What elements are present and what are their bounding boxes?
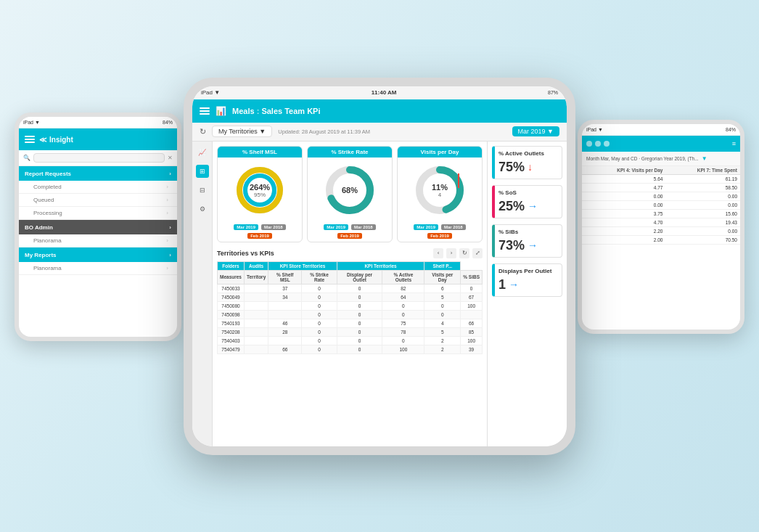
completed-item[interactable]: Completed › [19,181,177,194]
left-nav-bar: ≪ Insight [19,128,177,150]
terr-col4: 0 [337,319,382,327]
terr-col4: 0 [337,336,382,345]
right-status-right: 84% [726,127,736,132]
terr-col4: 0 [337,310,382,319]
right-table-row: 3.7515.60 [582,210,740,218]
terr-col5: 75 [382,319,424,327]
right-table-row: 0.000.00 [582,201,740,210]
right-table-row: 4.7019.43 [582,218,740,227]
th-display: Display per Outlet [337,270,382,284]
red-line-indicator [458,173,459,188]
processing-item[interactable]: Processing › [19,207,177,220]
territories-actions: ‹ › ↻ ⤢ [433,248,483,258]
terr-id: 7450033 [218,284,245,292]
hamburger-icon[interactable] [25,136,35,143]
kpi-charts-row: % Shelf MSL 264% [213,142,487,245]
territories-title: Territories vs KPIs [217,250,274,257]
center-status-center: 11:40 AM [372,89,397,96]
terr-col1 [245,301,268,310]
displays-arrow-icon: → [509,279,519,290]
filter-icon[interactable]: ▼ [702,155,707,162]
right-status-left: iPad ▼ [586,127,603,132]
right-cell-v1: 0.00 [582,201,665,210]
right-cell-v2: 15.60 [665,210,740,218]
displays-card: Displays Per Outlet 1 → [492,263,562,297]
grid-side-icon[interactable]: ⊞ [196,165,209,178]
terr-col4: 0 [337,345,382,353]
toolbar-dot-1 [586,141,592,147]
queued-item[interactable]: Queued › [19,194,177,207]
sibs-value: 73% → [499,238,558,253]
th-territory: Territory [245,270,268,284]
right-col-header-2: KPI 7: Time Spent [665,166,740,175]
chart-side-icon[interactable]: 📈 [196,146,209,159]
terr-col1 [245,327,268,336]
right-cell-v1: 0.00 [582,192,665,201]
right-status-bar: iPad ▼ 84% [582,124,740,136]
volume-button [186,252,191,281]
terr-col6: 5 [424,327,461,336]
territories-forward-icon[interactable]: › [446,248,456,258]
bo-planorama-item[interactable]: Planorama › [19,234,177,247]
territories-back-icon[interactable]: ‹ [433,248,443,258]
sos-value: 25% → [499,199,558,214]
toolbar-dot-3 [604,141,610,147]
center-hamburger-icon[interactable] [200,107,210,115]
legend-feb2019: Feb 2019 [247,233,272,239]
visits-per-day-title: Visits per Day [398,147,482,157]
center-status-left: iPad ▼ [201,89,220,96]
center-top-nav: 📊 Meals : Sales Team KPi [192,99,567,123]
settings-side-icon[interactable]: ⚙ [196,202,209,216]
terr-col6: 0 [424,301,461,310]
th-shelf-msl: % Shelf MSL [268,270,302,284]
th-active-outlets: % Active Outlets [382,270,424,284]
territories-refresh-icon[interactable]: ↻ [459,248,469,258]
sibs-label: % SiBs [499,229,558,235]
terr-col2: 66 [268,345,302,353]
visits-per-day-donut: 11% 4 [414,165,465,216]
th-kpi-store: KPI Store Territories [268,261,337,270]
table-row: 7450080 0 0 0 0 100 [218,301,483,310]
displays-value: 1 → [499,277,558,292]
my-planorama-item[interactable]: Planorama › [19,262,177,275]
center-chart-icon[interactable]: 📊 [216,106,226,116]
right-cell-v1: 3.75 [582,210,665,218]
table-row: 7450049 34 0 0 64 5 67 [218,292,483,301]
terr-col4: 0 [337,284,382,292]
search-icon: 🔍 [23,155,30,161]
date-filter-button[interactable]: Mar 2019 ▼ [512,126,559,136]
close-icon[interactable]: ✕ [168,155,173,161]
right-table-row: 5.6461.19 [582,175,740,184]
right-cell-v1: 4.77 [582,184,665,192]
terr-col2 [268,310,302,319]
terr-col6: 0 [424,310,461,319]
active-outlets-label: % Active Outlets [499,150,558,157]
terr-col6: 5 [424,292,461,301]
shelf-msl-donut: 264% 95% [234,165,285,216]
terr-col4: 0 [337,301,382,310]
my-territories-button[interactable]: My Territories ▼ [212,126,272,137]
terr-col7: 85 [461,327,483,336]
terr-col3: 0 [302,336,337,345]
filter-side-icon[interactable]: ⊟ [196,184,209,197]
right-kpi-panel: % Active Outlets 75% ↓ % SoS 25% → % SiB… [487,142,567,446]
filter-text: Month Mar, May and CD · Gregorian Year 2… [586,156,699,161]
terr-col5: 0 [382,301,424,310]
legend-sr-feb2019: Feb 2019 [337,233,362,239]
shelf-msl-chart: 264% 95% [218,157,302,223]
refresh-icon[interactable]: ↻ [200,127,206,136]
terr-col5: 82 [382,284,424,292]
right-table-row: 4.7758.50 [582,184,740,192]
home-button[interactable] [571,261,575,271]
strike-rate-chart: 68% [308,157,392,223]
terr-col7: 100 [461,301,483,310]
strike-rate-value: 68% [342,186,358,195]
center-second-bar: ↻ My Territories ▼ Updated: 28 August 20… [192,123,567,142]
terr-col7: 67 [461,292,483,301]
th-sibs: % SiBS [461,270,483,284]
terr-col3: 0 [302,345,337,353]
table-row: 7540193 46 0 0 75 4 66 [218,319,483,327]
right-cell-v2: 0.00 [665,201,740,210]
territories-expand-icon[interactable]: ⤢ [472,248,483,258]
terr-col1 [245,319,268,327]
